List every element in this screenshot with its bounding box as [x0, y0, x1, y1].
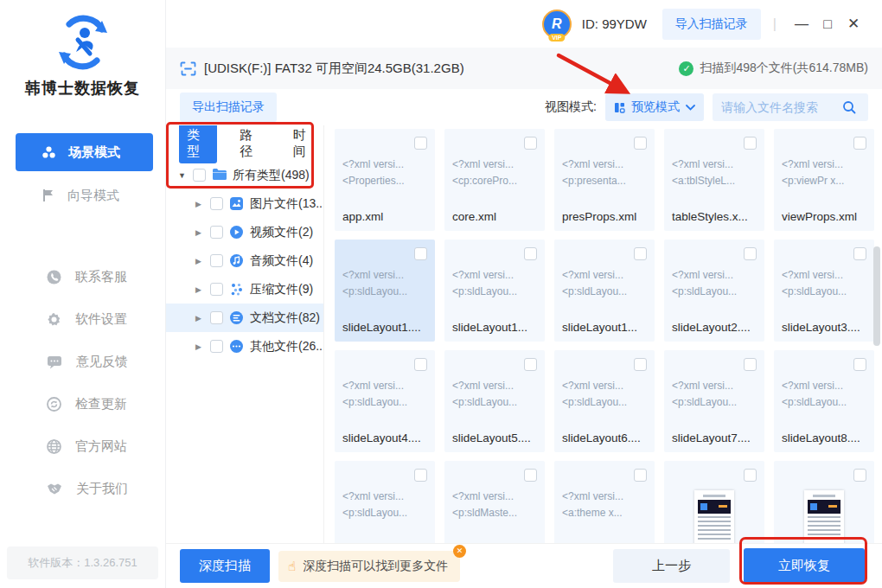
tree-node-others[interactable]: ▶ 其他文件(26...	[166, 332, 323, 361]
toolbar: 导出扫描记录 视图模式: 预览模式	[166, 89, 882, 125]
file-card-slidelayout5[interactable]: <?xml versi...<p:sldLayou... slideLayout…	[444, 350, 545, 452]
scrollbar-thumb[interactable]	[873, 246, 880, 346]
checkbox[interactable]	[634, 469, 647, 482]
file-card-presprops-xml[interactable]: <?xml versi...<p:presenta... presProps.x…	[554, 129, 655, 231]
sidebar-item-check-update[interactable]: 检查更新	[0, 383, 165, 425]
sidebar-item-contact-support[interactable]: 联系客服	[0, 256, 165, 298]
checkbox[interactable]	[210, 311, 223, 324]
caret-open-icon[interactable]: ▼	[178, 171, 187, 180]
sidebar-item-official-site[interactable]: 官方网站	[0, 425, 165, 468]
tree-node-all-types[interactable]: ▼ 所有类型(498)	[166, 161, 323, 189]
tree-node-audio[interactable]: ▶ 音频文件(4)	[166, 246, 323, 275]
checkbox[interactable]	[524, 247, 537, 260]
checkbox[interactable]	[524, 358, 537, 371]
file-name: slideLayout3....	[782, 321, 860, 334]
checkbox[interactable]	[744, 469, 757, 482]
checkbox[interactable]	[853, 247, 866, 260]
caret-closed-icon[interactable]: ▶	[195, 285, 204, 294]
recover-now-button[interactable]: 立即恢复	[744, 548, 865, 584]
file-card-slidelayout8[interactable]: <?xml versi...<p:sldLayou... slideLayout…	[774, 350, 874, 452]
minimize-icon[interactable]: —	[789, 16, 815, 32]
titlebar-divider: |	[773, 16, 777, 32]
maximize-icon[interactable]: □	[815, 16, 840, 32]
preview-line: <?xml versi...	[782, 267, 866, 284]
file-card-doc-thumbnail[interactable]	[774, 461, 874, 543]
search-input[interactable]	[721, 100, 842, 114]
file-card-tablestyles-xml[interactable]: <?xml versi...<a:tblStyleL... tableStyle…	[664, 129, 764, 231]
checkbox[interactable]	[853, 358, 866, 371]
tree-node-label: 音频文件(4)	[250, 253, 313, 269]
checkbox[interactable]	[210, 340, 223, 353]
sidebar-item-feedback[interactable]: 意见反馈	[0, 341, 165, 383]
tab-path[interactable]: 路径	[232, 125, 270, 163]
tab-time[interactable]: 时间	[285, 125, 323, 163]
tree-node-documents[interactable]: ▶ 文档文件(82)	[166, 304, 323, 332]
file-card-app-xml[interactable]: <?xml versi...<Properties... app.xml	[335, 129, 435, 231]
document-file-icon	[229, 310, 244, 325]
checkbox[interactable]	[210, 283, 223, 296]
tree-node-archives[interactable]: ▶ 压缩文件(9)	[166, 275, 323, 304]
search-box[interactable]	[713, 93, 868, 121]
checkbox[interactable]	[524, 469, 537, 482]
file-card-slidelayout3[interactable]: <?xml versi...<p:sldLayou... slideLayout…	[774, 240, 874, 342]
checkbox[interactable]	[210, 226, 223, 239]
file-card-slidelayout1[interactable]: <?xml versi...<p:sldLayou... slideLayout…	[335, 240, 435, 342]
file-card-slidelayout2[interactable]: <?xml versi...<p:sldLayou... slideLayout…	[664, 240, 764, 342]
sidebar-item-scene-mode[interactable]: 场景模式	[16, 133, 153, 171]
export-scan-records-button[interactable]: 导出扫描记录	[180, 93, 277, 122]
checkbox[interactable]	[744, 247, 757, 260]
sidebar-item-settings[interactable]: 软件设置	[0, 298, 165, 341]
tooltip-close-icon[interactable]: ✕	[453, 545, 466, 558]
file-card-slidemaster[interactable]: <?xml versi...<p:sldMaste...	[444, 461, 545, 543]
checkbox[interactable]	[744, 137, 757, 150]
tab-type[interactable]: 类型	[179, 125, 217, 163]
caret-closed-icon[interactable]: ▶	[195, 228, 204, 237]
file-card-slidelayout-more[interactable]: <?xml versi...<p:sldLayou...	[335, 461, 435, 543]
file-card-viewprops-xml[interactable]: <?xml versi...<p:viewPr x... viewProps.x…	[774, 129, 874, 231]
deep-scan-button[interactable]: 深度扫描	[180, 549, 270, 583]
caret-closed-icon[interactable]: ▶	[195, 257, 204, 265]
vertical-scrollbar[interactable]	[873, 125, 880, 543]
close-icon[interactable]: ✕	[840, 15, 866, 33]
caret-closed-icon[interactable]: ▶	[195, 314, 204, 323]
checkbox[interactable]	[634, 137, 647, 150]
checkbox[interactable]	[210, 197, 223, 210]
tree-node-label: 其他文件(26...	[250, 339, 324, 355]
checkbox[interactable]	[634, 247, 647, 260]
svc-label: 检查更新	[75, 396, 127, 412]
file-card-slidelayout7[interactable]: <?xml versi...<p:sldLayou... slideLayout…	[664, 350, 764, 452]
file-card-doc-thumbnail[interactable]	[664, 461, 764, 543]
mode-label: 向导模式	[67, 188, 119, 204]
checkbox[interactable]	[853, 137, 866, 150]
file-card-slidelayout4[interactable]: <?xml versi...<p:sldLayou... slideLayout…	[335, 350, 435, 452]
checkbox[interactable]	[853, 469, 866, 482]
search-icon[interactable]	[842, 100, 856, 114]
checkbox[interactable]	[414, 358, 427, 371]
checkbox[interactable]	[414, 247, 427, 260]
caret-closed-icon[interactable]: ▶	[195, 342, 204, 351]
checkbox[interactable]	[524, 137, 537, 150]
file-card-slidelayout1b[interactable]: <?xml versi...<p:sldLayou... slideLayout…	[444, 240, 545, 342]
file-card-slidelayout1c[interactable]: <?xml versi...<p:sldLayou... slideLayout…	[554, 240, 655, 342]
sidebar-item-about-us[interactable]: 关于我们	[0, 468, 165, 510]
file-card-core-xml[interactable]: <?xml versi...<cp:corePro... core.xml	[444, 129, 545, 231]
checkbox[interactable]	[744, 358, 757, 371]
file-card-slidelayout6[interactable]: <?xml versi...<p:sldLayou... slideLayout…	[554, 350, 655, 452]
tree-node-videos[interactable]: ▶ 视频文件(2)	[166, 218, 323, 246]
checkbox[interactable]	[414, 469, 427, 482]
import-scan-records-button[interactable]: 导入扫描记录	[662, 9, 761, 40]
checkbox[interactable]	[210, 254, 223, 267]
caret-closed-icon[interactable]: ▶	[195, 200, 204, 208]
vip-avatar[interactable]: R VIP	[542, 10, 572, 39]
tree-node-images[interactable]: ▶ 图片文件(13...	[166, 189, 323, 218]
checkbox[interactable]	[414, 137, 427, 150]
previous-step-button[interactable]: 上一步	[613, 549, 730, 583]
preview-line: <cp:corePro...	[452, 173, 537, 189]
sidebar: 韩博士数据恢复 场景模式 向导模式	[0, 0, 166, 588]
sidebar-item-wizard-mode[interactable]: 向导模式	[16, 176, 153, 214]
disk-icon	[180, 61, 196, 76]
view-mode-dropdown[interactable]: 预览模式	[605, 93, 704, 121]
file-card-theme[interactable]: <?xml versi...<a:theme x...	[554, 461, 655, 543]
checkbox[interactable]	[634, 358, 647, 371]
checkbox[interactable]	[193, 169, 206, 182]
